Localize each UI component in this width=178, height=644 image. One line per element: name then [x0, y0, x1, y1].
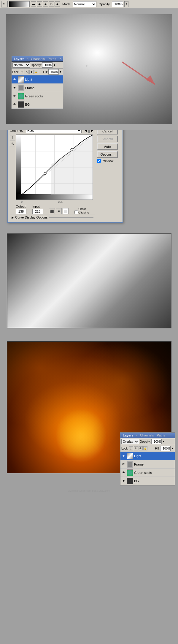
layer-eye-green[interactable]: 👁: [12, 94, 17, 99]
tab-paths-2[interactable]: Paths: [155, 433, 166, 437]
fill-arrow[interactable]: ▼: [59, 70, 62, 73]
curve-tool-btn[interactable]: ⌇: [10, 135, 15, 140]
lock-trans-2-btn[interactable]: ⬚: [129, 446, 133, 450]
layer-thumb-light: [18, 76, 24, 83]
curves-right-panel: OK Cancel Smooth Auto Options... Preview: [97, 120, 121, 220]
layer-eye-light[interactable]: 👁: [12, 77, 17, 82]
fill-input-2[interactable]: [160, 446, 171, 451]
canvas-metallic[interactable]: [7, 233, 171, 328]
layer-name-light: Light: [25, 78, 62, 81]
lock-pos-2-btn[interactable]: ✥: [139, 446, 143, 450]
layer-2-thumb-frame: [127, 461, 133, 468]
graph-tools: ⌇ ✎: [10, 135, 15, 203]
opacity-label: Opacity:: [99, 2, 111, 6]
spacer-1: [0, 226, 178, 228]
layer-mode-select[interactable]: Normal: [12, 62, 30, 68]
lock-all-2-btn[interactable]: 🔒: [143, 446, 147, 450]
svg-marker-2: [146, 75, 155, 84]
lock-position-btn[interactable]: ✥: [29, 70, 34, 74]
layer-2-row-frame[interactable]: 👁 Frame: [120, 460, 175, 469]
pencil-tool-btn[interactable]: ✎: [10, 141, 15, 146]
layer-name-green: Green spots: [25, 94, 62, 98]
layer-opacity-label: Opacity:: [31, 64, 42, 67]
layers-panel-1-wrapper: Layers × Channels Paths ✕ Normal Opacity…: [0, 91, 178, 109]
lock-pixels-btn[interactable]: ✎: [25, 70, 29, 74]
gray-point-btn[interactable]: ◾: [56, 208, 62, 214]
layer-2-name-bg: BG: [134, 479, 174, 483]
show-clipping-checkbox[interactable]: [74, 210, 78, 214]
curves-graph[interactable]: [16, 135, 93, 200]
layer-row-green-spots[interactable]: 👁 Green spots: [12, 92, 63, 100]
top-toolbar: ▬ ◉ ◈ ⬡ ◆ Mode: Normal Opacity: ▼: [0, 0, 178, 8]
layer-2-row-light[interactable]: 👁 Light: [120, 452, 175, 460]
lock-pix-2-btn[interactable]: ✎: [134, 446, 138, 450]
svg-point-4: [44, 172, 46, 175]
layers-panel-1: Layers × Channels Paths ✕ Normal Opacity…: [11, 56, 63, 109]
tab-layers-2[interactable]: Layers: [122, 433, 134, 437]
layer-2-row-bg[interactable]: 👁 BG: [120, 477, 175, 485]
layer-thumb-frame: [18, 85, 24, 91]
layer-2-eye-green[interactable]: 👁: [121, 470, 126, 475]
graph-section: ⌇ ✎: [10, 135, 95, 203]
layer-2-mode-select[interactable]: Overlay: [121, 439, 139, 444]
shape-options: ▬ ◉ ◈ ⬡ ◆: [31, 1, 60, 7]
fill-arrow-2[interactable]: ▼: [171, 447, 174, 450]
angle-gradient-option[interactable]: ◈: [43, 1, 48, 7]
layer-eye-bg[interactable]: 👁: [12, 102, 17, 107]
tab-layers[interactable]: Layers: [13, 57, 26, 61]
auto-button[interactable]: Auto: [97, 143, 118, 150]
layer-row-frame[interactable]: 👁 Frame: [12, 84, 63, 92]
layer-2-opacity-input[interactable]: [151, 439, 162, 444]
layers-panel-2: Layers × Channels Paths Overlay Opacity:…: [120, 432, 175, 485]
layer-2-eye-bg[interactable]: 👁: [121, 479, 126, 483]
linear-gradient-option[interactable]: ▬: [31, 1, 36, 7]
arrow-tool-button[interactable]: [1, 1, 8, 7]
canvas-area-2: [0, 228, 178, 333]
panel-close-button[interactable]: ✕: [59, 57, 62, 61]
tab-paths[interactable]: Paths: [47, 57, 57, 61]
white-point-btn[interactable]: ⬜: [63, 208, 69, 214]
radial-gradient-option[interactable]: ◉: [37, 1, 42, 7]
panel-2-lock-controls: Lock: ⬚ ✎ ✥ 🔒 Fill: ▼: [120, 445, 175, 452]
layer-2-eye-frame[interactable]: 👁: [121, 462, 126, 467]
opacity-arrow[interactable]: ▼: [124, 1, 128, 7]
lock-transparency-btn[interactable]: ⬚: [20, 70, 24, 74]
fill-input[interactable]: [48, 69, 59, 75]
layer-opacity-arrow[interactable]: ▼: [53, 64, 56, 67]
opacity-input[interactable]: [112, 1, 123, 7]
layer-thumb-bg: [18, 101, 24, 108]
lock-all-btn[interactable]: 🔒: [34, 70, 38, 74]
mode-select[interactable]: Normal: [73, 1, 96, 7]
output-col: Output:: [16, 205, 26, 214]
gradient-preview[interactable]: [9, 1, 30, 7]
output-input-section: Output: Input: ⬛ ◾ ⬜ Show Clipping: [10, 205, 95, 214]
tab-channels[interactable]: Channels: [30, 57, 46, 61]
tab-channels-2[interactable]: Channels: [139, 433, 155, 437]
layer-row-bg[interactable]: 👁 BG: [12, 100, 63, 109]
layer-2-name-green: Green spots: [134, 471, 174, 474]
preview-label: Preview: [102, 159, 113, 163]
input-value-input[interactable]: [32, 209, 43, 214]
layer-2-name-frame: Frame: [134, 463, 174, 466]
sample-tools: ⬛ ◾ ⬜: [49, 205, 69, 214]
canvas-crosshair: +: [86, 64, 88, 68]
preview-checkbox[interactable]: [97, 159, 101, 163]
output-value-input[interactable]: [16, 209, 26, 214]
layer-2-opacity-arrow[interactable]: ▼: [162, 440, 165, 443]
layer-2-row-green[interactable]: 👁 Green spots: [120, 469, 175, 477]
smooth-button[interactable]: Smooth: [97, 136, 118, 142]
black-point-btn[interactable]: ⬛: [49, 208, 55, 214]
layers-panel-titlebar: Layers × Channels Paths ✕: [12, 56, 63, 62]
reflected-gradient-option[interactable]: ⬡: [49, 1, 54, 7]
expand-icon[interactable]: ▶: [12, 216, 14, 219]
layer-2-thumb-bg: [127, 478, 133, 484]
diamond-gradient-option[interactable]: ◆: [55, 1, 60, 7]
lock-icons: ⬚ ✎ ✥ 🔒: [20, 70, 38, 74]
layer-opacity-input[interactable]: [42, 62, 53, 68]
options-button[interactable]: Options...: [97, 151, 118, 158]
curves-left-panel: Preset: Custom ⋮ Channel: RGB ◀ ▶: [10, 120, 95, 220]
show-clipping-label: Show Clipping: [78, 208, 95, 214]
layer-row-light[interactable]: 👁 Light: [12, 75, 63, 84]
layer-2-eye-light[interactable]: 👁: [121, 454, 126, 458]
layer-eye-frame[interactable]: 👁: [12, 86, 17, 90]
